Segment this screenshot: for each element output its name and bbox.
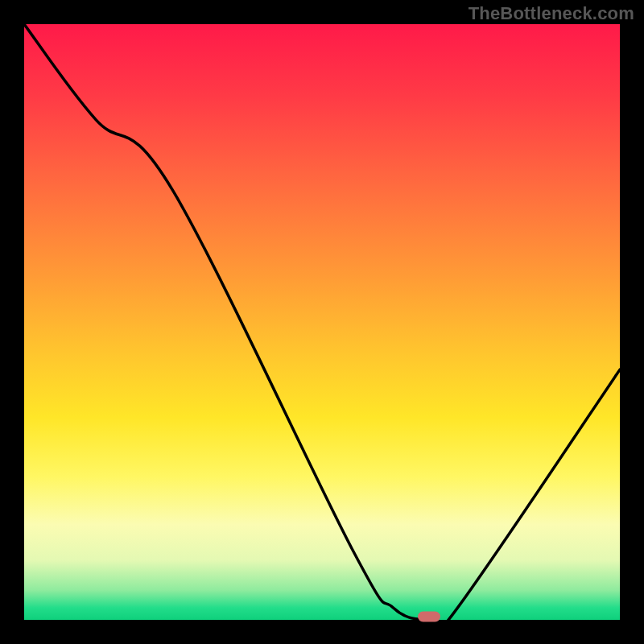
watermark-label: TheBottleneck.com — [469, 3, 634, 24]
bottleneck-curve — [24, 24, 620, 620]
plot-area — [24, 24, 620, 620]
chart-frame: TheBottleneck.com — [0, 0, 644, 644]
optimal-point-marker — [418, 612, 440, 622]
